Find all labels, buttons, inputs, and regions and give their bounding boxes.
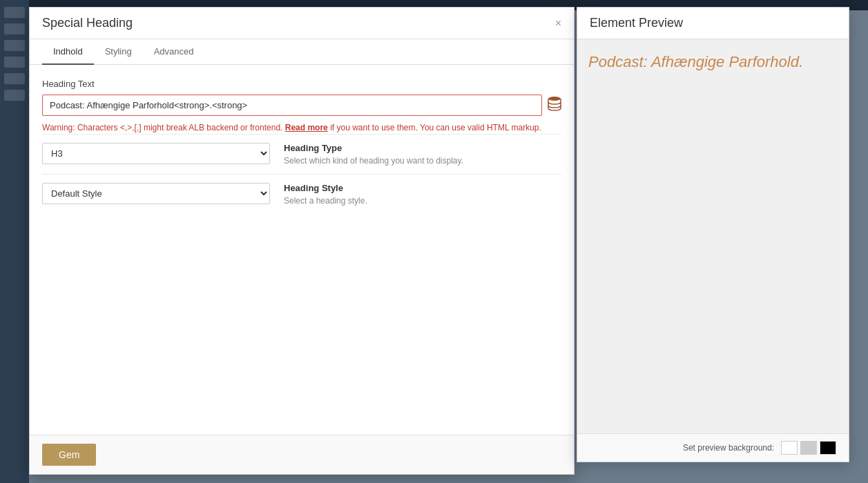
preview-background-label: Set preview background: — [683, 443, 774, 453]
heading-text-input[interactable] — [42, 95, 542, 116]
preview-title: Element Preview — [590, 16, 683, 30]
modal-title: Special Heading — [42, 16, 133, 30]
sidebar-item-4 — [4, 57, 25, 68]
heading-type-description: Heading Type Select which kind of headin… — [284, 143, 561, 166]
sidebar-item-3 — [4, 40, 25, 51]
heading-text-section: Heading Text Warning: Characters <,>,[,]… — [42, 79, 561, 134]
heading-style-row: Default Style Style 1 Style 2 Style 3 He… — [42, 174, 561, 214]
preview-header: Element Preview — [577, 8, 849, 39]
heading-text-label: Heading Text — [42, 79, 561, 89]
sidebar-item-6 — [4, 90, 25, 101]
heading-style-description: Heading Style Select a heading style. — [284, 183, 561, 206]
preview-bg-gray[interactable] — [800, 441, 817, 455]
tab-styling[interactable]: Styling — [94, 39, 143, 65]
preview-bg-boxes — [781, 441, 836, 455]
warning-text-prefix: Warning: Characters <,>,[,] might break … — [42, 123, 282, 132]
modal-tabs: Indhold Styling Advanced — [30, 39, 574, 65]
heading-type-title: Heading Type — [284, 143, 561, 153]
warning-read-more-link[interactable]: Read more — [285, 123, 328, 132]
warning-text-suffix: if you want to use them. You can use val… — [330, 123, 541, 132]
heading-style-desc-text: Select a heading style. — [284, 196, 561, 206]
sidebar-item-2 — [4, 23, 25, 34]
sidebar-item-1 — [4, 7, 25, 18]
heading-input-row — [42, 95, 561, 116]
sidebar — [0, 0, 29, 483]
special-heading-modal: Special Heading × Indhold Styling Advanc… — [29, 7, 575, 475]
heading-type-desc-text: Select which kind of heading you want to… — [284, 156, 561, 166]
tab-indhold[interactable]: Indhold — [42, 39, 94, 65]
heading-style-select[interactable]: Default Style Style 1 Style 2 Style 3 — [42, 183, 270, 204]
heading-type-control: H1 H2 H3 H4 H5 H6 — [42, 143, 270, 164]
preview-bg-white[interactable] — [781, 441, 798, 455]
heading-type-select[interactable]: H1 H2 H3 H4 H5 H6 — [42, 143, 270, 164]
modal-footer: Gem — [30, 435, 574, 474]
warning-message: Warning: Characters <,>,[,] might break … — [42, 121, 561, 134]
preview-body: Podcast: Afhængige Parforhold. — [577, 39, 849, 433]
heading-style-control: Default Style Style 1 Style 2 Style 3 — [42, 183, 270, 204]
modal-header: Special Heading × — [30, 8, 574, 39]
modal-body: Heading Text Warning: Characters <,>,[,]… — [30, 65, 574, 435]
modal-close-button[interactable]: × — [555, 18, 561, 29]
heading-type-row: H1 H2 H3 H4 H5 H6 Heading Type Select wh… — [42, 134, 561, 174]
database-icon[interactable] — [548, 96, 561, 115]
element-preview-panel: Element Preview Podcast: Afhængige Parfo… — [577, 7, 849, 462]
preview-footer: Set preview background: — [577, 433, 849, 462]
preview-bg-black[interactable] — [820, 441, 836, 455]
sidebar-item-5 — [4, 73, 25, 84]
svg-point-0 — [548, 97, 561, 101]
tab-advanced[interactable]: Advanced — [143, 39, 205, 65]
preview-heading-text: Podcast: Afhængige Parforhold. — [588, 53, 838, 71]
save-button[interactable]: Gem — [42, 444, 96, 466]
heading-style-title: Heading Style — [284, 183, 561, 193]
